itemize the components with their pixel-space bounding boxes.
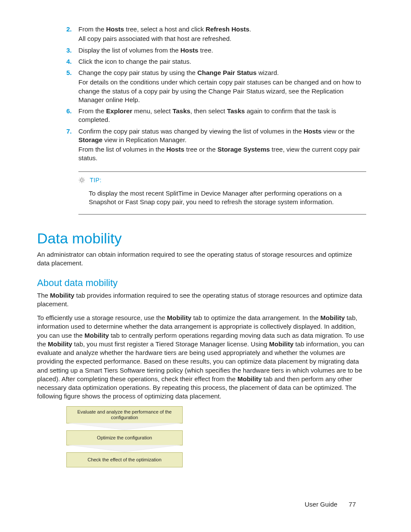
svg-marker-10 <box>69 445 180 452</box>
step-6: 6. From the Explorer menu, select Tasks,… <box>66 107 366 124</box>
tip-body: To display the most recent SplitTime in … <box>89 189 366 207</box>
intro-paragraph: An administrator can obtain information … <box>37 250 366 268</box>
step-number: 4. <box>66 57 72 66</box>
step-number: 3. <box>66 46 72 55</box>
step-text: Confirm the copy pair status was changed… <box>78 128 355 143</box>
flow-step-2: Optimize the configuration <box>66 430 183 445</box>
flow-step-3: Check the effect of the optimization <box>66 452 183 467</box>
heading-about-data-mobility: About data mobility <box>37 277 366 289</box>
svg-line-6 <box>84 181 84 182</box>
lightbulb-icon <box>78 177 85 185</box>
step-number: 6. <box>66 107 72 115</box>
tip-header: TIP: <box>78 176 366 185</box>
svg-line-5 <box>80 178 80 178</box>
step-detail: All copy pairs associated with that host… <box>78 34 366 43</box>
step-text: Change the copy pair status by using the… <box>78 69 279 76</box>
svg-point-0 <box>81 178 83 181</box>
process-flow-figure: Evaluate and analyze the performance of … <box>66 406 183 468</box>
step-number: 7. <box>66 127 72 136</box>
step-number: 2. <box>66 25 72 34</box>
tip-label: TIP: <box>90 177 102 184</box>
page-number: 77 <box>349 501 356 508</box>
step-text: Display the list of volumes from the Hos… <box>78 47 213 54</box>
flow-step-1: Evaluate and analyze the performance of … <box>66 406 183 423</box>
svg-line-7 <box>80 181 80 182</box>
tip-callout: TIP: To display the most recent SplitTim… <box>78 171 366 215</box>
heading-data-mobility: Data mobility <box>37 230 366 247</box>
about-paragraph-1: The Mobility tab provides information re… <box>37 291 366 309</box>
step-detail: From the list of volumes in the Hosts tr… <box>78 145 366 163</box>
step-7: 7. Confirm the copy pair status was chan… <box>66 127 366 163</box>
svg-marker-9 <box>69 423 180 430</box>
page-footer: User Guide 77 <box>305 501 356 508</box>
footer-label: User Guide <box>305 501 337 508</box>
procedure-steps: 2. From the Hosts tree, select a host an… <box>37 25 366 163</box>
svg-line-8 <box>84 178 84 178</box>
step-number: 5. <box>66 68 72 77</box>
step-text: Click the icon to change the pair status… <box>78 58 191 65</box>
step-5: 5. Change the copy pair status by using … <box>66 68 366 104</box>
step-2: 2. From the Hosts tree, select a host an… <box>66 25 366 44</box>
step-4: 4. Click the icon to change the pair sta… <box>66 57 366 66</box>
step-detail: For details on the conditions under whic… <box>78 78 366 104</box>
step-text: From the Explorer menu, select Tasks, th… <box>78 107 336 123</box>
about-paragraph-2: To efficiently use a storage resource, u… <box>37 314 366 401</box>
step-text: From the Hosts tree, select a host and c… <box>78 25 251 33</box>
step-3: 3. Display the list of volumes from the … <box>66 46 366 55</box>
